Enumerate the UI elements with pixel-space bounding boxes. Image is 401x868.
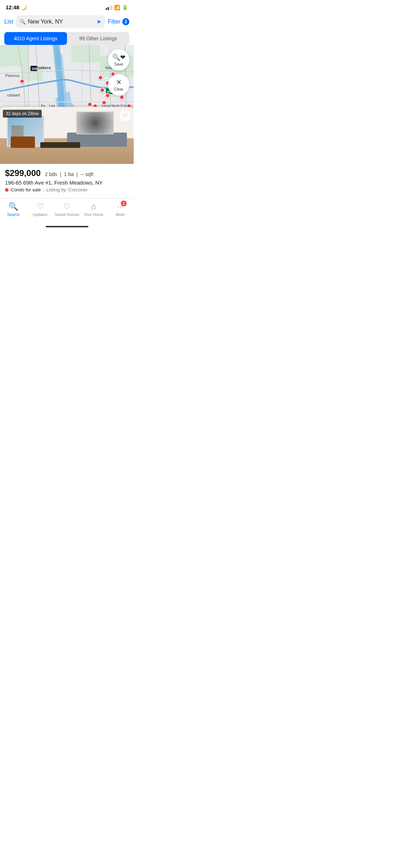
home-indicator xyxy=(0,224,134,230)
map-pin xyxy=(119,95,124,100)
listing-price: $299,000 xyxy=(5,168,41,178)
svg-text:208: 208 xyxy=(32,67,37,71)
filter-badge: 2 xyxy=(122,18,129,25)
heart-search-icon: 🔍❤ xyxy=(112,53,125,61)
search-input-value: New York, NY xyxy=(28,19,95,25)
listing-price-row: $299,000 2 bds | 1 ba | -- sqft xyxy=(5,168,129,178)
more-badge-wrap: ··· 2 xyxy=(117,202,123,211)
map-pin xyxy=(105,93,110,98)
filter-button[interactable]: Filter 2 xyxy=(108,18,129,25)
save-map-button[interactable]: 🔍❤ Save xyxy=(108,49,129,71)
map-pin xyxy=(98,75,103,80)
bottom-nav: 🔍 Search ♡ Updates ♡ Saved Homes ⌂ Your … xyxy=(0,198,134,224)
signal-bar-2 xyxy=(108,7,109,10)
search-bar[interactable]: 🔍 New York, NY ➤ xyxy=(16,15,105,28)
signal-bar-4 xyxy=(111,5,112,10)
your-home-nav-label: Your Home xyxy=(84,212,103,217)
map-pin xyxy=(20,79,25,84)
moon-icon: 🌙 xyxy=(21,5,27,10)
search-nav-icon: 🔍 xyxy=(9,202,18,211)
status-icons: 📶 🔋 xyxy=(106,5,128,10)
search-icon: 🔍 xyxy=(20,19,26,25)
listing-broker: Listing by: Corcoran xyxy=(46,187,88,192)
location-icon: ➤ xyxy=(97,18,101,25)
baths-count: 1 ba xyxy=(64,171,74,177)
search-nav-label: Search xyxy=(7,212,20,217)
svg-rect-3 xyxy=(71,45,100,63)
saved-homes-nav-icon: ♡ xyxy=(63,202,71,211)
sqft-value: -- sqft xyxy=(81,171,93,177)
days-on-zillow-badge: 32 days on Zillow xyxy=(3,110,42,118)
signal-bar-3 xyxy=(109,6,110,10)
listing-address: 196-65 69th Ave #1, Fresh Meadows, NY xyxy=(5,180,129,186)
heart-icon: ♡ xyxy=(123,112,128,119)
map-pin xyxy=(87,102,92,107)
wifi-icon: 📶 xyxy=(114,5,120,10)
nav-more[interactable]: ··· 2 More xyxy=(107,202,134,217)
filter-label: Filter xyxy=(108,19,120,25)
nav-updates[interactable]: ♡ Updates xyxy=(27,202,53,217)
updates-nav-label: Updates xyxy=(33,212,47,217)
status-bar: 12:48 🌙 📶 🔋 xyxy=(0,0,134,12)
status-time: 12:48 xyxy=(6,4,19,10)
svg-text:Yonkers: Yonkers xyxy=(36,66,51,70)
listing-toggle: 4010 Agent Listings 99 Other Listings xyxy=(4,32,129,45)
more-badge: 2 xyxy=(121,201,127,206)
map-pin xyxy=(102,100,107,105)
updates-nav-icon: ♡ xyxy=(37,202,44,211)
listing-info: $299,000 2 bds | 1 ba | -- sqft 196-65 6… xyxy=(0,164,134,198)
battery-icon: 🔋 xyxy=(122,5,128,10)
listing-separator: | xyxy=(43,187,44,192)
clear-button-label: Clear xyxy=(114,87,123,91)
signal-bar-1 xyxy=(106,8,107,10)
listing-type-label: Condo for sale xyxy=(11,187,41,192)
header: List 🔍 New York, NY ➤ Filter 2 xyxy=(0,12,134,31)
clear-map-button[interactable]: ✕ Clear xyxy=(108,74,129,95)
favorite-button[interactable]: ♡ xyxy=(119,110,131,121)
svg-text:Paramus: Paramus xyxy=(5,74,20,78)
save-button-label: Save xyxy=(114,62,123,66)
nav-your-home[interactable]: ⌂ Your Home xyxy=(80,202,107,217)
nav-saved-homes[interactable]: ♡ Saved Homes xyxy=(53,202,80,217)
listing-card[interactable]: 32 days on Zillow xyxy=(0,107,134,198)
listing-type-indicator xyxy=(5,188,9,192)
map-pin xyxy=(100,88,105,93)
list-button[interactable]: List xyxy=(4,19,13,25)
room-chair xyxy=(11,136,35,148)
x-icon: ✕ xyxy=(116,78,122,86)
wall-art xyxy=(76,112,114,134)
home-bar xyxy=(46,226,88,227)
beds-count: 2 bds xyxy=(45,171,57,177)
nav-search[interactable]: 🔍 Search xyxy=(0,202,27,217)
more-nav-label: More xyxy=(116,212,125,217)
listing-details: 2 bds | 1 ba | -- sqft xyxy=(45,171,93,177)
svg-rect-1 xyxy=(0,45,29,66)
your-home-nav-icon: ⌂ xyxy=(91,202,96,211)
agent-listings-tab[interactable]: 4010 Agent Listings xyxy=(4,32,67,45)
other-listings-tab[interactable]: 99 Other Listings xyxy=(67,32,130,45)
signal-bars xyxy=(106,5,112,10)
svg-text:caldwell: caldwell xyxy=(7,93,20,97)
map-container[interactable]: Yonkers Paterson caldwell Newark Bayonne… xyxy=(0,45,134,198)
saved-homes-nav-label: Saved Homes xyxy=(55,212,79,217)
listing-type-row: Condo for sale | Listing by: Corcoran xyxy=(5,187,129,192)
room-table xyxy=(40,142,81,148)
